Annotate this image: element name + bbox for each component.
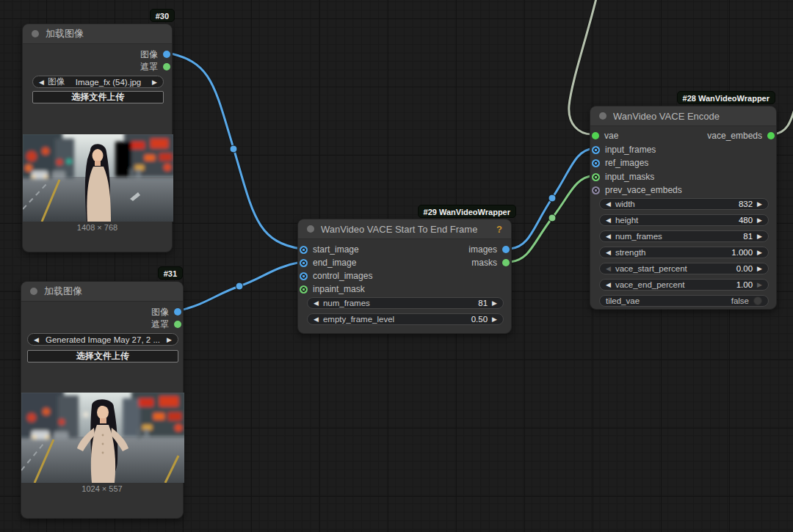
collapse-dot-icon[interactable] [32, 30, 39, 37]
output-label-mask: 遮罩 [140, 61, 158, 73]
input-port-prev-vace-embeds[interactable] [592, 186, 600, 194]
input-port-control-images[interactable] [300, 272, 308, 280]
increment-arrow-icon[interactable]: ▶ [757, 247, 762, 258]
decrement-arrow-icon[interactable]: ◀ [314, 313, 319, 325]
node-wanvideo-vace-start-to-end-frame[interactable]: WanVideo VACE Start To End Frame ? start… [297, 219, 512, 334]
widget-name: empty_frame_level [323, 315, 394, 324]
link-midpoint-dot[interactable] [548, 194, 556, 202]
increment-arrow-icon[interactable]: ▶ [757, 214, 762, 226]
node-graph-canvas[interactable]: #30 #31 #29 WanVideoWrapper #28 WanVideo… [0, 0, 793, 532]
node-load-image-30[interactable]: 加载图像 图像 遮罩 ◀ 图像 Image_fx (54).jpg ▶ 选择文件… [22, 23, 173, 252]
input-label: end_image [313, 258, 356, 268]
link-midpoint-dot[interactable] [230, 145, 237, 153]
prev-image-arrow-icon[interactable]: ◀ [39, 76, 44, 88]
prev-image-arrow-icon[interactable]: ◀ [34, 334, 39, 346]
node-title: 加载图像 [46, 27, 84, 40]
widget-name: width [615, 200, 635, 208]
output-port-vace-embeds[interactable] [767, 132, 775, 139]
increment-arrow-icon[interactable]: ▶ [492, 313, 497, 325]
output-label: vace_embeds [707, 131, 762, 141]
widget-empty-frame-level[interactable]: ◀ empty_frame_level 0.50 ▶ [307, 313, 504, 325]
increment-arrow-icon[interactable]: ▶ [757, 198, 762, 210]
upload-file-button[interactable]: 选择文件上传 [27, 350, 178, 362]
increment-arrow-icon[interactable]: ▶ [757, 279, 762, 291]
output-label-image: 图像 [151, 306, 169, 318]
node-titlebar[interactable]: 加载图像 [21, 282, 183, 302]
decrement-arrow-icon[interactable]: ◀ [606, 263, 611, 274]
toggle-knob-icon[interactable] [753, 296, 762, 305]
decrement-arrow-icon[interactable]: ◀ [606, 198, 611, 210]
decrement-arrow-icon[interactable]: ◀ [606, 214, 611, 226]
collapse-dot-icon[interactable] [599, 112, 606, 120]
increment-arrow-icon[interactable]: ▶ [757, 263, 762, 274]
node-titlebar[interactable]: WanVideo VACE Start To End Frame ? [298, 219, 511, 239]
input-port-end-image[interactable] [300, 259, 308, 267]
input-port-input-frames[interactable] [592, 146, 600, 154]
image-preview [23, 134, 173, 222]
widget-value: 832 [739, 200, 753, 208]
widget-vace-start-percent[interactable]: ◀ vace_start_percent 0.00 ▶ [599, 263, 769, 274]
output-port-mask[interactable] [163, 63, 170, 70]
widget-value: 0.00 [736, 264, 753, 273]
widget-width[interactable]: ◀ width 832 ▶ [599, 198, 769, 210]
input-port-start-image[interactable] [300, 246, 308, 254]
output-port-masks[interactable] [502, 259, 510, 266]
widget-vace-end-percent[interactable]: ◀ vace_end_percent 1.00 ▶ [599, 279, 769, 291]
widget-value: 1.000 [731, 248, 753, 257]
increment-arrow-icon[interactable]: ▶ [757, 230, 762, 242]
widget-value: 81 [478, 299, 488, 307]
output-port-image[interactable] [163, 51, 170, 58]
next-image-arrow-icon[interactable]: ▶ [167, 334, 172, 346]
widget-name: vace_end_percent [615, 280, 685, 289]
help-icon[interactable]: ? [496, 224, 502, 235]
input-port-input-masks[interactable] [592, 173, 600, 181]
image-file-combo[interactable]: ◀ 图像 Image_fx (54).jpg ▶ [32, 76, 164, 88]
widget-strength[interactable]: ◀ strength 1.000 ▶ [599, 247, 769, 258]
node-title: WanVideo VACE Start To End Frame [321, 224, 477, 235]
widget-num-frames[interactable]: ◀ num_frames 81 ▶ [307, 297, 504, 309]
widget-name: strength [615, 248, 646, 257]
node-load-image-31[interactable]: 加载图像 图像 遮罩 ◀ Generated Image May 27, 2 .… [21, 281, 184, 519]
widget-num-frames[interactable]: ◀ num_frames 81 ▶ [599, 230, 769, 242]
input-port-inpaint-mask[interactable] [300, 285, 308, 294]
input-label: input_frames [605, 145, 656, 155]
widget-value: 81 [743, 232, 753, 241]
node-title: WanVideo VACE Encode [613, 111, 720, 122]
input-port-vae[interactable] [592, 132, 599, 139]
output-port-mask[interactable] [174, 321, 181, 328]
collapse-dot-icon[interactable] [307, 225, 314, 233]
node-title: 加载图像 [44, 285, 82, 298]
widget-value: 480 [739, 216, 753, 225]
input-label: control_images [313, 271, 372, 281]
next-image-arrow-icon[interactable]: ▶ [152, 76, 157, 88]
widget-name: vace_start_percent [615, 264, 687, 273]
upload-file-button[interactable]: 选择文件上传 [32, 91, 164, 103]
widget-tiled-vae-toggle[interactable]: tiled_vae false [599, 295, 769, 307]
widget-value: false [731, 296, 749, 305]
decrement-arrow-icon[interactable]: ◀ [314, 297, 319, 309]
combo-label: 图像 [48, 76, 65, 87]
decrement-arrow-icon[interactable]: ◀ [606, 230, 611, 242]
image-preview [21, 393, 184, 483]
collapse-dot-icon[interactable] [30, 288, 37, 295]
widget-value: 0.50 [471, 315, 488, 324]
increment-arrow-icon[interactable]: ▶ [492, 297, 497, 309]
input-port-ref-images[interactable] [592, 159, 600, 167]
decrement-arrow-icon[interactable]: ◀ [606, 247, 611, 258]
link-midpoint-dot[interactable] [548, 214, 556, 222]
node-badge-30: #30 [150, 9, 175, 22]
output-port-images[interactable] [502, 246, 510, 253]
widget-name: num_frames [323, 299, 370, 307]
decrement-arrow-icon[interactable]: ◀ [606, 279, 611, 291]
node-badge-29: #29 WanVideoWrapper [418, 205, 516, 218]
node-titlebar[interactable]: 加载图像 [23, 24, 172, 44]
output-label-mask: 遮罩 [151, 318, 169, 331]
link-midpoint-dot[interactable] [236, 283, 243, 290]
street-photo [21, 393, 184, 483]
widget-height[interactable]: ◀ height 480 ▶ [599, 214, 769, 226]
image-file-combo[interactable]: ◀ Generated Image May 27, 2 ... ▶ [27, 333, 178, 346]
node-wanvideo-vace-encode[interactable]: WanVideo VACE Encode vae input_frames re… [590, 106, 777, 310]
output-port-image[interactable] [174, 308, 181, 316]
input-label: input_masks [605, 172, 654, 182]
node-titlebar[interactable]: WanVideo VACE Encode [590, 106, 776, 126]
